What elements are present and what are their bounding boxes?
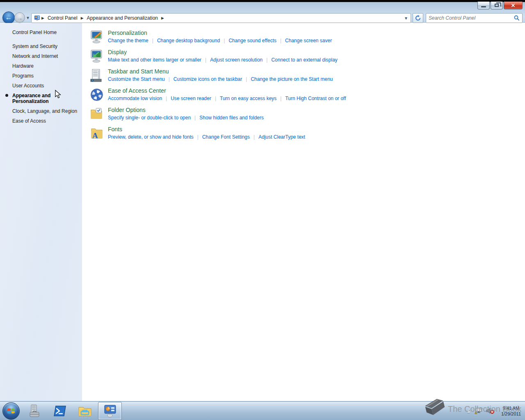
personalization-icon[interactable]	[89, 30, 104, 44]
task-link-adjust-screen-resolution[interactable]: Adjust screen resolution	[210, 57, 262, 63]
link-separator: |	[194, 115, 196, 121]
taskbar-start-menu-icon[interactable]	[89, 68, 104, 83]
restore-icon	[495, 4, 499, 7]
task-link-change-sound-effects[interactable]: Change sound effects	[228, 38, 276, 43]
breadcrumb-control-panel[interactable]: Control Panel	[45, 15, 80, 21]
minimize-button[interactable]	[477, 2, 490, 9]
start-button[interactable]	[2, 402, 20, 420]
link-separator: |	[266, 57, 267, 63]
task-link-change-start-menu-picture[interactable]: Change the picture on the Start menu	[251, 76, 333, 82]
task-link-adjust-cleartype[interactable]: Adjust ClearType text	[258, 134, 305, 140]
link-separator: |	[280, 96, 281, 101]
address-dropdown-icon[interactable]: ▼	[401, 16, 408, 21]
breadcrumb-arrow-icon: ▶	[41, 16, 45, 20]
task-link-change-font-settings[interactable]: Change Font Settings	[202, 134, 250, 140]
sidebar-item-hardware[interactable]: Hardware	[12, 63, 82, 69]
window-content: Control Panel Home System and Security N…	[0, 23, 525, 401]
tray-date: 1/29/2011	[501, 411, 521, 417]
folder-options-icon[interactable]	[89, 107, 104, 121]
category-list: Personalization Change the theme | Chang…	[82, 23, 525, 401]
task-link-turn-on-easy-access-keys[interactable]: Turn on easy access keys	[220, 96, 276, 101]
link-separator: |	[169, 76, 170, 82]
sidebar-item-clock-language-region[interactable]: Clock, Language, and Region	[12, 108, 82, 114]
sidebar-item-programs[interactable]: Programs	[12, 73, 82, 79]
taskbar-button-control-panel[interactable]	[98, 402, 122, 420]
search-input[interactable]	[429, 15, 514, 21]
task-link-make-text-larger[interactable]: Make text and other items larger or smal…	[108, 57, 201, 63]
category-title[interactable]: Folder Options	[108, 107, 264, 113]
control-panel-icon	[103, 404, 117, 418]
network-tray-icon[interactable]	[475, 407, 482, 414]
taskbar-button-powershell[interactable]	[48, 402, 72, 420]
category-display: Display Make text and other items larger…	[89, 49, 525, 64]
category-title[interactable]: Taskbar and Start Menu	[108, 68, 333, 75]
sidebar-item-system-and-security[interactable]: System and Security	[12, 43, 82, 49]
recent-pages-dropdown[interactable]: ▼	[26, 16, 30, 20]
tray-clock[interactable]: 9:41 AM 1/29/2011	[498, 405, 521, 417]
task-link-change-theme[interactable]: Change the theme	[108, 38, 148, 43]
restore-button[interactable]	[491, 2, 503, 9]
taskbar-button-explorer[interactable]	[73, 402, 97, 420]
notification-area: ▲ 9:41 AM 1/29	[466, 402, 525, 420]
refresh-button[interactable]	[413, 13, 423, 23]
selected-bullet-icon	[5, 94, 8, 97]
close-button[interactable]: ✕	[504, 2, 523, 9]
breadcrumb-arrow-icon: ▶	[160, 16, 165, 20]
navigation-pane: Control Panel Home System and Security N…	[0, 23, 82, 401]
breadcrumb-current[interactable]: Appearance and Personalization	[84, 15, 160, 21]
task-link-change-desktop-background[interactable]: Change desktop background	[157, 38, 220, 43]
sidebar-item-appearance-and-personalization[interactable]: Appearance and Personalization	[12, 93, 66, 104]
windows-logo-icon	[6, 406, 16, 416]
link-separator: |	[205, 57, 206, 63]
task-link-use-screen-reader[interactable]: Use screen reader	[171, 96, 211, 101]
taskbar-button-admin-tools[interactable]	[23, 402, 47, 420]
category-title[interactable]: Personalization	[108, 30, 332, 36]
back-button[interactable]: ←	[2, 11, 15, 24]
category-title[interactable]: Display	[108, 49, 338, 55]
task-link-accommodate-low-vision[interactable]: Accommodate low vision	[108, 96, 162, 101]
link-separator: |	[166, 96, 167, 101]
ease-of-access-icon[interactable]	[89, 87, 104, 102]
task-link-turn-high-contrast[interactable]: Turn High Contrast on or off	[285, 96, 346, 101]
task-link-preview-delete-fonts[interactable]: Preview, delete, or show and hide fonts	[108, 134, 194, 140]
sidebar-item-user-accounts[interactable]: User Accounts	[12, 83, 82, 89]
link-separator: |	[152, 38, 153, 43]
link-separator: |	[215, 96, 216, 101]
forward-button[interactable]: →	[14, 12, 25, 23]
task-link-show-hidden-files[interactable]: Show hidden files and folders	[199, 115, 264, 121]
forward-arrow-icon: →	[17, 14, 23, 21]
desktop-screen: ✕ ← → ▼ ▶ Control Panel ▶ Appearance and…	[0, 0, 525, 420]
sidebar-item-network-and-internet[interactable]: Network and Internet	[12, 53, 82, 59]
powershell-icon	[53, 404, 67, 418]
explorer-folder-icon	[78, 404, 92, 418]
close-icon: ✕	[511, 3, 516, 8]
category-title[interactable]: Ease of Access Center	[108, 87, 346, 94]
sidebar-item-ease-of-access[interactable]: Ease of Access	[12, 118, 82, 124]
volume-muted-tray-icon[interactable]	[486, 407, 494, 414]
task-link-change-screen-saver[interactable]: Change screen saver	[285, 38, 332, 43]
task-link-customize-start-menu[interactable]: Customize the Start menu	[108, 76, 165, 82]
minimize-icon	[481, 6, 486, 7]
task-link-customize-taskbar-icons[interactable]: Customize icons on the taskbar	[173, 76, 242, 82]
address-bar[interactable]: ▶ Control Panel ▶ Appearance and Persona…	[31, 13, 411, 23]
search-box[interactable]	[426, 13, 523, 23]
display-icon[interactable]	[89, 49, 104, 64]
fonts-icon[interactable]: A	[89, 126, 104, 141]
category-fonts: A Fonts Preview, delete, or show and hid…	[89, 126, 525, 141]
link-separator: |	[253, 134, 255, 140]
category-taskbar-start-menu: Taskbar and Start Menu Customize the Sta…	[89, 68, 525, 83]
back-arrow-icon: ←	[5, 14, 12, 22]
search-icon[interactable]	[514, 15, 520, 21]
admin-tools-icon	[28, 404, 42, 418]
explorer-titlebar: ✕ ← → ▼ ▶ Control Panel ▶ Appearance and…	[0, 2, 525, 23]
svg-text:A: A	[92, 131, 98, 140]
category-title[interactable]: Fonts	[108, 126, 305, 132]
task-link-specify-click-to-open[interactable]: Specify single- or double-click to open	[108, 115, 191, 121]
sidebar-item-control-panel-home[interactable]: Control Panel Home	[12, 30, 82, 35]
refresh-icon	[415, 15, 421, 21]
taskbar: ▲ 9:41 AM 1/29	[0, 401, 525, 420]
show-hidden-icons-button[interactable]: ▲	[466, 409, 471, 413]
link-separator: |	[224, 38, 225, 43]
category-folder-options: Folder Options Specify single- or double…	[89, 107, 525, 121]
task-link-connect-external-display[interactable]: Connect to an external display	[271, 57, 337, 63]
